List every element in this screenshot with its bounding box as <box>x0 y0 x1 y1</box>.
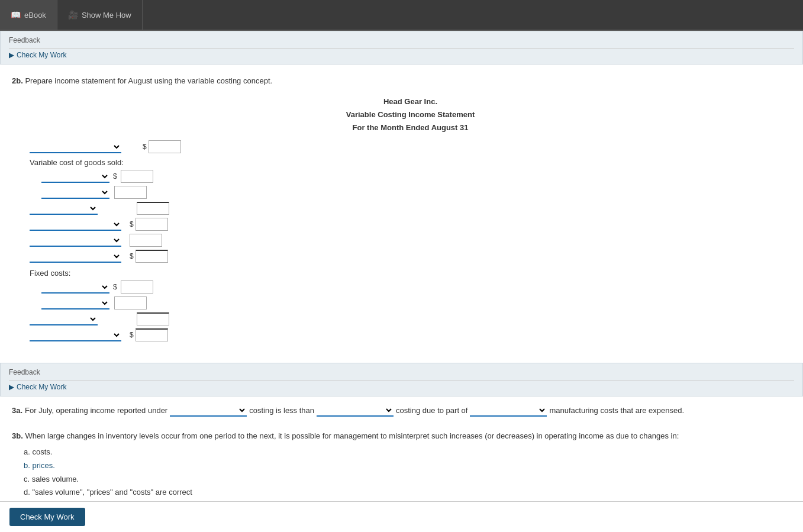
top-navigation: 📖 eBook 🎥 Show Me How <box>0 0 803 31</box>
var-dropdown-6[interactable]: Variable Cost of Goods Sold <box>30 250 121 263</box>
check-my-work-bottom-link[interactable]: ▶ Check My Work <box>9 383 794 391</box>
question-3b-text: 3b. When large changes in inventory leve… <box>12 430 791 443</box>
choice-b: b. prices. <box>24 460 791 472</box>
choice-a: a. costs. <box>24 446 791 459</box>
var-dropdown-4[interactable]: Gross Profit <box>30 218 121 231</box>
feedback-bottom: Feedback ▶ Check My Work <box>0 363 803 396</box>
main-dropdown[interactable]: Sales Revenue <box>30 140 121 153</box>
chevron-right-icon-2: ▶ <box>9 383 14 391</box>
ebook-label: eBook <box>24 11 46 20</box>
var-row-1: Direct Materials $ <box>41 170 791 183</box>
var-subtotal[interactable] <box>137 202 169 215</box>
q3a-dropdown-3[interactable]: fixed variable <box>470 404 547 417</box>
video-icon: 🎥 <box>68 10 78 20</box>
fix-dropdown-3[interactable]: Total Fixed Costs <box>30 312 98 325</box>
show-me-how-tab[interactable]: 🎥 Show Me How <box>57 0 143 30</box>
fix-amount-2[interactable] <box>114 296 147 309</box>
q3a-dropdown-2[interactable]: absorption variable <box>317 404 394 417</box>
fix-subtotal-row: Total Fixed Costs <box>30 312 791 325</box>
question-2b-header: 2b. Prepare income statement for August … <box>12 75 791 87</box>
feedback-top: Feedback ▶ Check My Work <box>0 31 803 65</box>
fix-dropdown-1[interactable]: Fixed Overhead <box>41 280 109 294</box>
bottom-bar: Check My Work <box>0 501 803 506</box>
check-my-work-top-link[interactable]: ▶ Check My Work <box>9 51 794 59</box>
var-row-4: Gross Profit $ <box>30 218 791 231</box>
net-income-dropdown[interactable]: Net Income Operating Income <box>30 328 121 341</box>
var-dropdown-2[interactable]: Direct Labor <box>41 186 109 199</box>
net-income-row: Net Income Operating Income $ <box>30 328 791 341</box>
show-me-how-label: Show Me How <box>82 11 131 20</box>
feedback-top-label: Feedback <box>9 36 794 44</box>
var-amount-6[interactable] <box>136 250 168 263</box>
main-amount[interactable] <box>149 140 181 153</box>
dollar-sign-1: $ <box>143 143 147 151</box>
dollar-sign-v1: $ <box>113 172 117 180</box>
fix-row-2: Fixed Selling <box>41 296 791 309</box>
var-row-5: Contribution Margin <box>30 234 791 247</box>
var-amount-5[interactable] <box>130 234 162 247</box>
section-3b: 3b. When large changes in inventory leve… <box>0 430 803 506</box>
choices-list: a. costs. b. prices. c. sales volume. d.… <box>24 446 791 499</box>
var-amount-1[interactable] <box>121 170 153 183</box>
fix-dropdown-2[interactable]: Fixed Selling <box>41 296 109 309</box>
net-income-amount[interactable] <box>136 328 168 341</box>
income-statement: Head Gear Inc. Variable Costing Income S… <box>30 95 791 341</box>
var-dropdown-5[interactable]: Contribution Margin <box>30 234 121 247</box>
statement-title: Head Gear Inc. Variable Costing Income S… <box>30 95 791 134</box>
var-amount-2[interactable] <box>114 186 147 199</box>
fix-subtotal[interactable] <box>137 312 169 325</box>
fix-row-1: Fixed Overhead $ <box>41 280 791 294</box>
chevron-right-icon: ▶ <box>9 51 14 59</box>
var-dropdown-3[interactable]: Total Variable Costs <box>30 202 98 215</box>
fix-amount-1[interactable] <box>121 280 153 294</box>
section-3a: 3a. For July, operating income reported … <box>0 396 803 430</box>
var-amount-4[interactable] <box>136 218 168 231</box>
main-content: 2b. Prepare income statement for August … <box>0 65 803 357</box>
main-row: Sales Revenue $ <box>30 140 791 153</box>
choice-d: d. "sales volume", "prices" and "costs" … <box>24 486 791 499</box>
var-subtotal-row: Total Variable Costs <box>30 202 791 215</box>
choice-c: c. sales volume. <box>24 473 791 486</box>
q3a-dropdown-1[interactable]: absorption variable <box>170 404 247 417</box>
ebook-icon: 📖 <box>11 10 21 20</box>
var-dropdown-1[interactable]: Direct Materials <box>41 170 109 183</box>
ebook-tab[interactable]: 📖 eBook <box>0 0 57 30</box>
var-row-2: Direct Labor <box>41 186 791 199</box>
fixed-cost-label: Fixed costs: <box>30 269 791 278</box>
question-3a-row: 3a. For July, operating income reported … <box>12 404 791 417</box>
variable-cost-label: Variable cost of goods sold: <box>30 158 791 167</box>
var-row-6: Variable Cost of Goods Sold $ <box>30 250 791 263</box>
feedback-bottom-label: Feedback <box>9 368 794 376</box>
